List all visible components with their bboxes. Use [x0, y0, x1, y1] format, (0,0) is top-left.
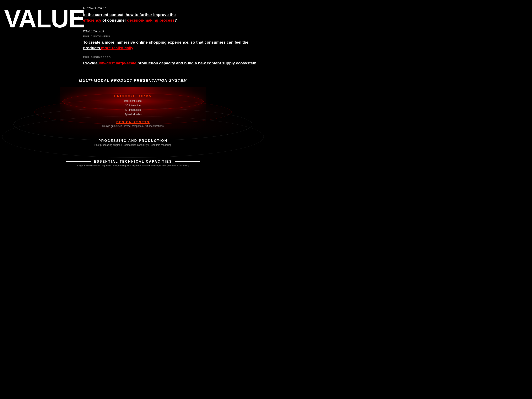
- multimodal-title: MULTI-MODAL PRODUCT PRESENTATION SYSTEM: [0, 78, 266, 83]
- question-part2: of consumer: [102, 18, 126, 22]
- what-we-do-label: WHAT WE DO: [83, 29, 258, 33]
- essential-label-container: ESSENTIAL TECHNICAL CAPACITIES Image fea…: [66, 160, 200, 167]
- value-logo-container: VALUE /: [0, 4, 81, 66]
- product-forms-title: PRODUCT FORMS: [95, 94, 171, 98]
- business-statement-red: low-cost large-scale: [99, 61, 136, 65]
- top-section: VALUE / OPPORTUNITY In the current conte…: [0, 0, 266, 66]
- ellipse-container: PRODUCT FORMS Intelligent video 3D inter…: [0, 87, 266, 191]
- business-statement: Provide low-cost large-scale production …: [83, 60, 258, 66]
- business-statement-part2: production capacity and build a new cont…: [138, 61, 256, 65]
- for-businesses-label: FOR BUSINESSES: [83, 56, 258, 59]
- for-customers-label: FOR CUSTOMERS: [83, 35, 258, 38]
- customer-statement: To create a more immersive online shoppi…: [83, 40, 258, 51]
- processing-items: Post-processing engine / Composition cap…: [75, 144, 191, 146]
- question-end: ?: [175, 18, 177, 22]
- product-form-item-2: 3D interaction: [95, 103, 171, 108]
- product-form-item-1: Intelligent video: [95, 99, 171, 103]
- diagram-section: MULTI-MODAL PRODUCT PRESENTATION SYSTEM …: [0, 78, 266, 199]
- product-form-item-4: Spherical video: [95, 112, 171, 117]
- product-forms-label-container: PRODUCT FORMS Intelligent video 3D inter…: [95, 94, 171, 117]
- main-question: In the current context, how to further i…: [83, 12, 258, 23]
- business-statement-part1: Provide: [83, 61, 98, 65]
- design-assets-title: DESIGN ASSETS: [101, 120, 165, 124]
- question-decision: decision-making process: [127, 18, 175, 22]
- processing-title: PROCESSING AND PRODUCTION: [75, 139, 191, 143]
- essential-title: ESSENTIAL TECHNICAL CAPACITIES: [66, 160, 200, 164]
- essential-items: Image feature extraction algorithm / Ima…: [66, 164, 200, 167]
- processing-label-container: PROCESSING AND PRODUCTION Post-processin…: [75, 139, 191, 146]
- page-container: VALUE / OPPORTUNITY In the current conte…: [0, 0, 266, 199]
- arrow-indicator: /: [78, 16, 79, 20]
- design-assets-items: Design guidelines / Preset templates / A…: [101, 125, 165, 127]
- question-part1: In the current context, how to further i…: [83, 13, 176, 17]
- value-logo: VALUE: [4, 6, 77, 31]
- product-forms-items: Intelligent video 3D interaction AR inte…: [95, 99, 171, 117]
- content-section: OPPORTUNITY In the current context, how …: [81, 4, 266, 66]
- design-assets-label-container: DESIGN ASSETS Design guidelines / Preset…: [101, 120, 165, 127]
- product-form-item-3: AR interaction: [95, 108, 171, 112]
- opportunity-label: OPPORTUNITY: [83, 6, 258, 10]
- question-efficiency: efficiency: [83, 18, 101, 22]
- customer-statement-red: more realistically: [101, 46, 133, 50]
